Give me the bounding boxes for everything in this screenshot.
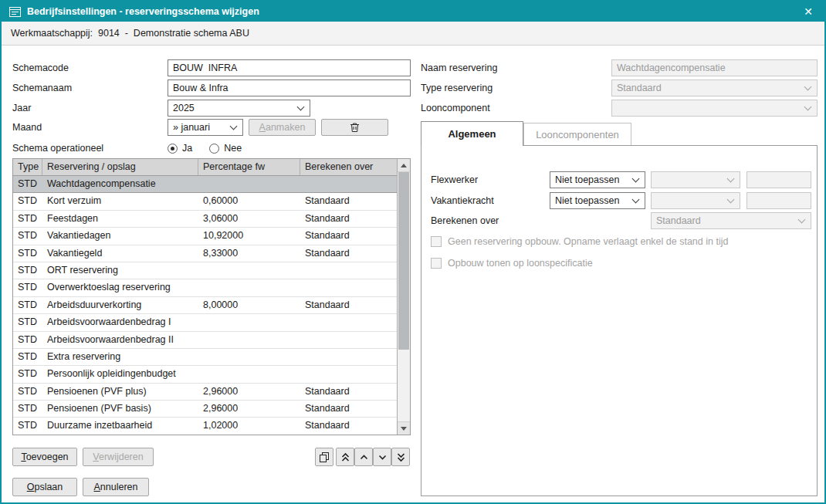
cell-percentage — [198, 366, 300, 382]
scrollbar-thumb[interactable] — [398, 172, 409, 350]
schemacode-input[interactable] — [168, 59, 411, 76]
cell-percentage: 8,33000 — [198, 245, 300, 262]
vakantiekracht-select-value: Niet toepassen — [555, 195, 630, 206]
table-row[interactable]: STD Duurzame inzetbaarheid 1,02000 Stand… — [13, 418, 397, 435]
jaar-select[interactable]: 2025 — [168, 100, 310, 117]
vakantiekracht-verwijscode-select — [651, 192, 740, 209]
vakantiekracht-select[interactable]: Niet toepassen — [550, 192, 645, 209]
move-bottom-button[interactable] — [391, 448, 410, 466]
window-icon — [9, 7, 21, 17]
move-down-button[interactable] — [373, 448, 391, 466]
table-row[interactable]: STD Pensioenen (PVF basis) 2,96000 Stand… — [13, 401, 397, 418]
aanmaken-button-label: Aanmaken — [259, 122, 306, 133]
delete-month-button[interactable] — [321, 119, 388, 136]
move-top-button[interactable] — [336, 448, 354, 466]
column-header-berekenen-over: Berekenen over — [300, 159, 397, 175]
close-button[interactable]: ✕ — [800, 3, 817, 20]
flexwerker-select[interactable]: Niet toepassen — [550, 171, 645, 188]
table-row[interactable]: STD Overwerktoeslag reservering — [13, 279, 397, 296]
table-row[interactable]: STD Vakantiedagen 10,92000 Standaard — [13, 228, 397, 245]
verwijderen-button: Verwijderen — [83, 448, 154, 466]
column-header-reservering: Reservering / opslag — [42, 159, 198, 175]
vakantiekracht-percentage-input — [746, 192, 811, 209]
cell-berekenen-over: Standaard — [300, 384, 397, 400]
cell-percentage: 10,92000 — [198, 228, 300, 244]
tab-algemeen-label: Algemeen — [448, 128, 496, 140]
maand-select-value: » januari — [173, 122, 228, 133]
tab-looncomponenten[interactable]: Looncomponenten — [523, 123, 631, 145]
cell-reservering: Arbeidsvoorwaardenbedrag II — [42, 332, 198, 348]
toevoegen-button[interactable]: Toevoegen — [12, 448, 77, 466]
table-row[interactable]: STD Wachtdagencompensatie — [13, 176, 397, 193]
cell-percentage: 1,02000 — [198, 418, 300, 434]
annuleren-button[interactable]: Annuleren — [83, 478, 149, 496]
type-reservering-select-value: Standaard — [617, 83, 802, 93]
naam-reservering-input — [611, 59, 818, 76]
cell-reservering: Arbeidsvoorwaardenbedrag I — [42, 314, 198, 330]
cell-reservering: Vakantiedagen — [42, 228, 198, 244]
tab-algemeen[interactable]: Algemeen — [421, 121, 523, 146]
move-up-button[interactable] — [354, 448, 373, 466]
cell-berekenen-over — [300, 262, 397, 279]
cell-type: STD — [13, 297, 42, 313]
cell-berekenen-over: Standaard — [300, 228, 397, 244]
copy-button[interactable] — [315, 448, 333, 466]
table-row[interactable]: STD Vakantiegeld 8,33000 Standaard — [13, 245, 397, 262]
schemanaam-label: Schemanaam — [12, 79, 72, 96]
vakantiekracht-label: Vakantiekracht — [431, 192, 494, 209]
table-scrollbar[interactable] — [397, 159, 410, 435]
table-row[interactable]: STD Pensioenen (PVF plus) 2,96000 Standa… — [13, 384, 397, 401]
table-row[interactable]: STD Arbeidsduurverkorting 8,00000 Standa… — [13, 297, 397, 314]
flexwerker-verwijscode-select — [651, 171, 740, 188]
berekenen-over-select-value: Standaard — [656, 215, 796, 226]
flexwerker-label: Flexwerker — [431, 171, 478, 188]
cell-berekenen-over — [300, 366, 397, 382]
operationeel-radio-group: Ja Nee — [168, 140, 242, 157]
cell-reservering: Overwerktoeslag reservering — [42, 279, 198, 296]
column-header-type: Type — [13, 159, 42, 175]
cell-berekenen-over — [300, 349, 397, 365]
cell-reservering: Pensioenen (PVF basis) — [42, 401, 198, 417]
scroll-up-button[interactable] — [398, 159, 410, 172]
schemanaam-input[interactable] — [168, 79, 411, 96]
chevron-down-icon — [297, 103, 305, 111]
chevron-down-icon — [632, 196, 640, 204]
radio-nee[interactable] — [209, 144, 219, 154]
chevron-down-icon — [377, 452, 388, 462]
annuleren-button-label: Annuleren — [94, 482, 138, 492]
opslaan-button[interactable]: Opslaan — [12, 478, 77, 496]
cell-type: STD — [13, 211, 42, 227]
cell-percentage: 8,00000 — [198, 297, 300, 313]
opbouw-tonen-checkbox — [431, 258, 442, 269]
werkmaatschappij-bar: Werkmaatschappij: 9014 - Demonstratie sc… — [2, 22, 824, 46]
table-row[interactable]: STD ORT reservering — [13, 262, 397, 279]
chevron-down-icon — [804, 83, 812, 91]
type-reservering-select: Standaard — [611, 79, 818, 96]
cell-percentage: 3,06000 — [198, 211, 300, 227]
jaar-select-value: 2025 — [173, 103, 295, 113]
table-row[interactable]: STD Extra reservering — [13, 349, 397, 366]
cell-reservering: Duurzame inzetbaarheid — [42, 418, 198, 434]
cell-percentage — [198, 314, 300, 330]
cell-reservering: Persoonlijk opleidingenbudget — [42, 366, 198, 382]
geen-reservering-checkbox — [431, 236, 442, 247]
cell-reservering: Extra reservering — [42, 349, 198, 365]
cell-type: STD — [13, 332, 42, 348]
table-row[interactable]: STD Kort verzuim 0,60000 Standaard — [13, 193, 397, 210]
chevron-down-icon — [727, 196, 735, 204]
table-row[interactable]: STD Persoonlijk opleidingenbudget — [13, 366, 397, 383]
scroll-down-button[interactable] — [398, 421, 410, 435]
aanmaken-button: Aanmaken — [249, 119, 316, 136]
cell-type: STD — [13, 418, 42, 434]
cell-berekenen-over — [300, 314, 397, 330]
radio-ja[interactable] — [168, 144, 178, 154]
cell-percentage: 2,96000 — [198, 384, 300, 400]
cell-type: STD — [13, 401, 42, 417]
table-row[interactable]: STD Feestdagen 3,06000 Standaard — [13, 211, 397, 228]
werkmaatschappij-text: Werkmaatschappij: 9014 - Demonstratie sc… — [11, 28, 249, 39]
table-row[interactable]: STD Arbeidsvoorwaardenbedrag II — [13, 332, 397, 349]
table-row[interactable]: STD Arbeidsvoorwaardenbedrag I — [13, 314, 397, 331]
maand-select[interactable]: » januari — [168, 119, 243, 136]
cell-reservering: Vakantiegeld — [42, 245, 198, 262]
double-chevron-down-icon — [396, 452, 406, 462]
